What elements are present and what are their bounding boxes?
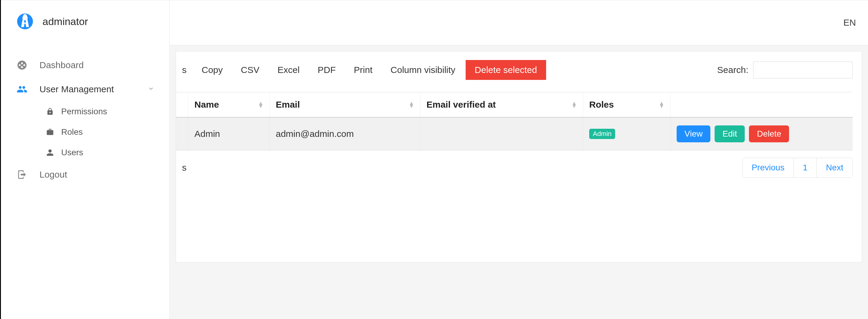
delete-selected-button[interactable]: Delete selected bbox=[466, 60, 546, 80]
copy-button[interactable]: Copy bbox=[193, 60, 232, 80]
th-email-verified[interactable]: Email verified at ▲▼ bbox=[421, 92, 583, 117]
sort-icon: ▲▼ bbox=[258, 102, 264, 108]
entries-info: s bbox=[182, 163, 187, 173]
dashboard-icon bbox=[16, 60, 28, 70]
sidebar-item-logout[interactable]: Logout bbox=[1, 163, 169, 186]
sidebar-item-label: User Management bbox=[39, 84, 148, 94]
cell-text: admin@admin.com bbox=[276, 129, 354, 139]
search-input[interactable] bbox=[753, 61, 852, 78]
table-toolbar: s Copy CSV Excel PDF Print Column visibi… bbox=[176, 60, 852, 80]
sidebar-item-label: Roles bbox=[61, 127, 83, 137]
page-number[interactable]: 1 bbox=[794, 158, 817, 177]
brand[interactable]: adminator bbox=[1, 0, 169, 44]
sort-icon: ▲▼ bbox=[409, 102, 414, 108]
brand-logo-icon bbox=[16, 12, 34, 30]
th-label: Email verified at bbox=[427, 99, 496, 110]
truncated-text: s bbox=[182, 65, 193, 75]
sort-icon: ▲▼ bbox=[659, 102, 664, 108]
pdf-button[interactable]: PDF bbox=[309, 60, 345, 80]
content: s Copy CSV Excel PDF Print Column visibi… bbox=[170, 45, 868, 319]
export-buttons: Copy CSV Excel PDF Print Column visibili… bbox=[193, 60, 546, 80]
th-name[interactable]: Name ▲▼ bbox=[188, 92, 270, 117]
chevron-down-icon bbox=[148, 85, 154, 93]
table-header: Name ▲▼ Email ▲▼ Email verified at ▲▼ Ro… bbox=[176, 92, 852, 118]
sidebar-item-roles[interactable]: Roles bbox=[31, 122, 169, 142]
td-roles: Admin bbox=[583, 118, 671, 150]
column-visibility-button[interactable]: Column visibility bbox=[381, 60, 464, 80]
th-label: Email bbox=[276, 99, 300, 110]
th-roles[interactable]: Roles ▲▼ bbox=[583, 92, 671, 117]
th-email[interactable]: Email ▲▼ bbox=[270, 92, 421, 117]
sort-icon: ▲▼ bbox=[571, 102, 577, 108]
print-button[interactable]: Print bbox=[345, 60, 381, 80]
td-email: admin@admin.com bbox=[270, 118, 421, 150]
td-name: Admin bbox=[188, 118, 270, 150]
user-management-subnav: Permissions Roles Users bbox=[1, 101, 169, 163]
row-actions: View Edit Delete bbox=[677, 125, 789, 142]
user-icon bbox=[46, 149, 55, 156]
edit-button[interactable]: Edit bbox=[715, 125, 745, 142]
table-row[interactable]: Admin admin@admin.com Admin View Edit De… bbox=[176, 118, 852, 150]
view-button[interactable]: View bbox=[677, 125, 710, 142]
sidebar-nav: Dashboard User Management Permissions bbox=[1, 44, 169, 186]
td-actions: View Edit Delete bbox=[671, 118, 852, 150]
table-footer: s Previous 1 Next bbox=[176, 158, 852, 178]
topbar: EN bbox=[170, 0, 868, 45]
th-label: Name bbox=[194, 99, 219, 110]
search-wrap: Search: bbox=[717, 61, 852, 78]
pagination: Previous 1 Next bbox=[742, 158, 852, 178]
brand-name: adminator bbox=[42, 16, 88, 27]
td-verified bbox=[421, 118, 583, 150]
panel: s Copy CSV Excel PDF Print Column visibi… bbox=[176, 51, 862, 262]
sidebar: adminator Dashboard User Management Perm… bbox=[1, 0, 170, 319]
delete-button[interactable]: Delete bbox=[749, 125, 789, 142]
excel-button[interactable]: Excel bbox=[269, 60, 309, 80]
table-body: Admin admin@admin.com Admin View Edit De… bbox=[176, 118, 852, 150]
th-actions bbox=[671, 92, 852, 117]
role-badge: Admin bbox=[589, 129, 615, 139]
lock-icon bbox=[46, 108, 55, 115]
search-label: Search: bbox=[717, 65, 748, 75]
sidebar-item-label: Dashboard bbox=[39, 60, 154, 70]
users-table: Name ▲▼ Email ▲▼ Email verified at ▲▼ Ro… bbox=[176, 92, 852, 150]
sidebar-item-dashboard[interactable]: Dashboard bbox=[1, 53, 169, 77]
next-button[interactable]: Next bbox=[817, 158, 852, 177]
th-label: Roles bbox=[589, 99, 614, 110]
th-select[interactable] bbox=[176, 92, 188, 117]
sidebar-item-label: Logout bbox=[39, 170, 154, 180]
svg-rect-1 bbox=[24, 20, 26, 23]
users-icon bbox=[16, 84, 28, 95]
sidebar-item-user-management[interactable]: User Management bbox=[1, 77, 169, 101]
sidebar-item-permissions[interactable]: Permissions bbox=[31, 101, 169, 122]
sidebar-item-users[interactable]: Users bbox=[31, 142, 169, 163]
previous-button[interactable]: Previous bbox=[743, 158, 794, 177]
briefcase-icon bbox=[46, 128, 55, 136]
sidebar-item-label: Permissions bbox=[61, 107, 107, 116]
sidebar-item-label: Users bbox=[61, 148, 83, 157]
cell-text: Admin bbox=[194, 129, 220, 139]
td-select[interactable] bbox=[176, 118, 188, 150]
csv-button[interactable]: CSV bbox=[232, 60, 269, 80]
language-selector[interactable]: EN bbox=[843, 18, 856, 28]
logout-icon bbox=[16, 170, 28, 180]
